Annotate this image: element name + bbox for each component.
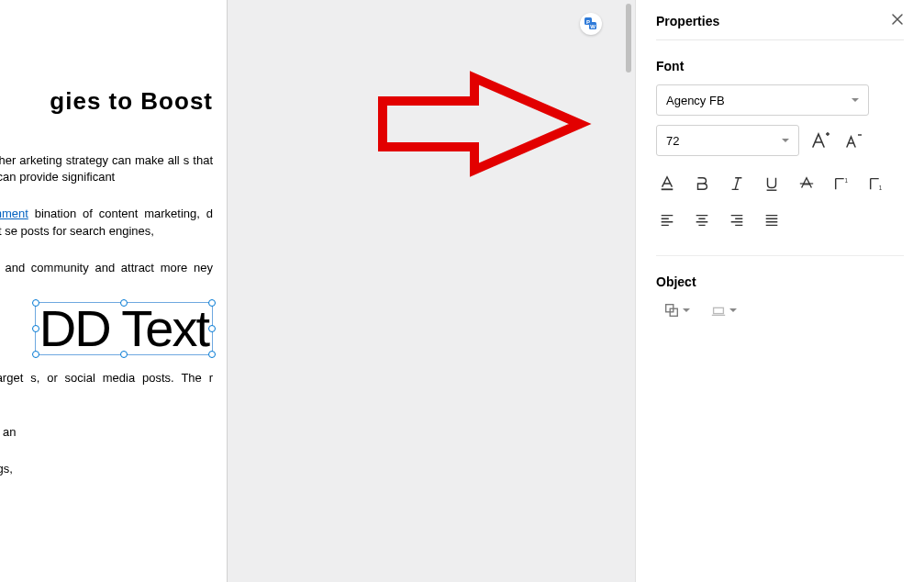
doc-paragraph: k at a case study assignment bination of…: [0, 206, 213, 239]
panel-title: Properties: [656, 14, 719, 28]
svg-text:1: 1: [879, 185, 883, 191]
svg-rect-4: [662, 188, 674, 190]
resize-handle-icon[interactable]: [208, 351, 216, 358]
doc-paragraph: your search engine rankings,: [0, 461, 213, 477]
align-object-button[interactable]: [710, 302, 737, 319]
doc-title-fragment: gies to Boost: [0, 87, 213, 116]
text-annotation-box[interactable]: DD Text: [35, 302, 213, 355]
decrease-font-button[interactable]: [843, 129, 865, 151]
chevron-down-icon: [729, 308, 737, 312]
superscript-button[interactable]: 1: [830, 173, 852, 195]
chevron-down-icon: [852, 98, 859, 102]
italic-button[interactable]: [726, 173, 748, 195]
document-content: gies to Boost essential for growth. Whet…: [0, 0, 227, 498]
doc-paragraph: positions your business as an: [0, 424, 213, 441]
close-icon[interactable]: [891, 13, 904, 28]
canvas-background: P W: [227, 0, 635, 582]
doc-link[interactable]: case study assignment: [0, 207, 28, 220]
app-badge-icon[interactable]: P W: [580, 13, 602, 35]
chevron-down-icon: [683, 308, 690, 312]
properties-panel: Properties Font Agency FB 72: [635, 0, 924, 582]
font-size-value: 72: [666, 134, 679, 148]
resize-handle-icon[interactable]: [120, 351, 128, 358]
doc-paragraph: essential for growth. Whether arketing s…: [0, 152, 213, 185]
annotation-text[interactable]: DD Text: [39, 299, 208, 357]
divider: [656, 255, 904, 256]
font-family-value: Agency FB: [666, 94, 725, 107]
increase-font-button[interactable]: [810, 129, 832, 151]
subscript-button[interactable]: 1: [865, 173, 887, 195]
resize-handle-icon[interactable]: [32, 325, 39, 332]
underline-button[interactable]: [761, 173, 783, 195]
align-left-button[interactable]: [656, 209, 678, 231]
doc-paragraph: cts and engages your target s, or social…: [0, 370, 213, 403]
align-justify-button[interactable]: [761, 209, 783, 231]
strikethrough-button[interactable]: [796, 173, 818, 195]
arrow-annotation-icon: [373, 69, 594, 179]
doc-paragraph: dia, sharing their content and community…: [0, 260, 213, 293]
resize-handle-icon[interactable]: [120, 299, 128, 307]
scrollbar-thumb[interactable]: [626, 4, 631, 73]
font-family-select[interactable]: Agency FB: [656, 84, 869, 116]
arrange-button[interactable]: [663, 302, 690, 319]
panel-header: Properties: [656, 13, 904, 40]
document-canvas[interactable]: gies to Boost essential for growth. Whet…: [0, 0, 227, 582]
resize-handle-icon[interactable]: [32, 351, 39, 358]
bold-button[interactable]: [691, 173, 713, 195]
resize-handle-icon[interactable]: [32, 299, 39, 307]
resize-handle-icon[interactable]: [208, 325, 216, 332]
align-center-button[interactable]: [691, 209, 713, 231]
svg-text:1: 1: [845, 177, 849, 184]
chevron-down-icon: [782, 139, 789, 142]
font-color-button[interactable]: [656, 173, 678, 195]
font-size-select[interactable]: 72: [656, 125, 799, 156]
resize-handle-icon[interactable]: [208, 299, 216, 307]
font-section-label: Font: [656, 59, 904, 73]
object-section-label: Object: [656, 274, 904, 289]
svg-rect-9: [714, 308, 724, 313]
svg-text:W: W: [590, 24, 596, 29]
align-right-button[interactable]: [726, 209, 748, 231]
